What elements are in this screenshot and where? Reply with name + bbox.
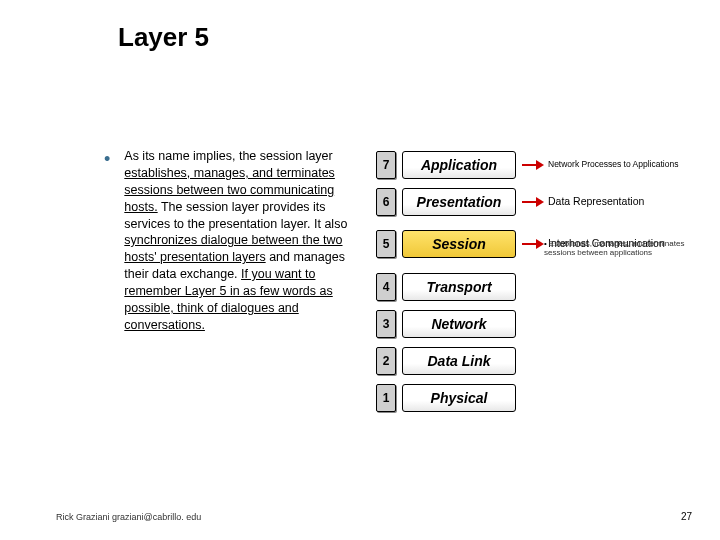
layer-name-highlighted: Session — [402, 230, 516, 258]
layer-num: 5 — [376, 230, 396, 258]
bullet-icon: • — [104, 150, 110, 168]
body-content: • As its name implies, the session layer… — [104, 148, 354, 334]
page-title: Layer 5 — [118, 22, 209, 53]
layer-name: Application — [402, 151, 516, 179]
layer-row-4: 4 Transport — [376, 268, 700, 305]
layer-row-2: 2 Data Link — [376, 342, 700, 379]
layer-row-1: 1 Physical — [376, 379, 700, 416]
layer-name: Transport — [402, 273, 516, 301]
layer-row-3: 3 Network — [376, 305, 700, 342]
layer-row-6: 6 Presentation Data Representation — [376, 183, 700, 220]
layer-subdesc: •Establishes, manages, and terminates se… — [544, 240, 700, 258]
layer-num: 7 — [376, 151, 396, 179]
layer-name: Physical — [402, 384, 516, 412]
layer-desc: Data Representation — [548, 196, 644, 207]
layer-name: Network — [402, 310, 516, 338]
layer-num: 3 — [376, 310, 396, 338]
page-number: 27 — [681, 511, 692, 522]
para-t2: The session layer provides its services … — [124, 200, 347, 231]
layer-desc: Network Processes to Applications — [548, 160, 678, 169]
layer-name: Presentation — [402, 188, 516, 216]
arrow-icon — [522, 160, 544, 170]
arrow-icon — [522, 197, 544, 207]
layer-row-5: 5 Session Interhost Communication •Estab… — [376, 220, 700, 268]
para-t1: As its name implies, the session layer — [124, 149, 332, 163]
layer-name: Data Link — [402, 347, 516, 375]
arrow-icon — [522, 239, 544, 249]
layer-num: 2 — [376, 347, 396, 375]
layer-row-7: 7 Application Network Processes to Appli… — [376, 146, 700, 183]
layer-num: 1 — [376, 384, 396, 412]
paragraph-text: As its name implies, the session layer e… — [124, 148, 354, 334]
layer-num: 4 — [376, 273, 396, 301]
layer-subdesc-text: Establishes, manages, and terminates ses… — [544, 239, 684, 257]
osi-diagram: 7 Application Network Processes to Appli… — [376, 146, 700, 416]
layer-num: 6 — [376, 188, 396, 216]
footer-author: Rick Graziani graziani@cabrillo. edu — [56, 512, 201, 522]
